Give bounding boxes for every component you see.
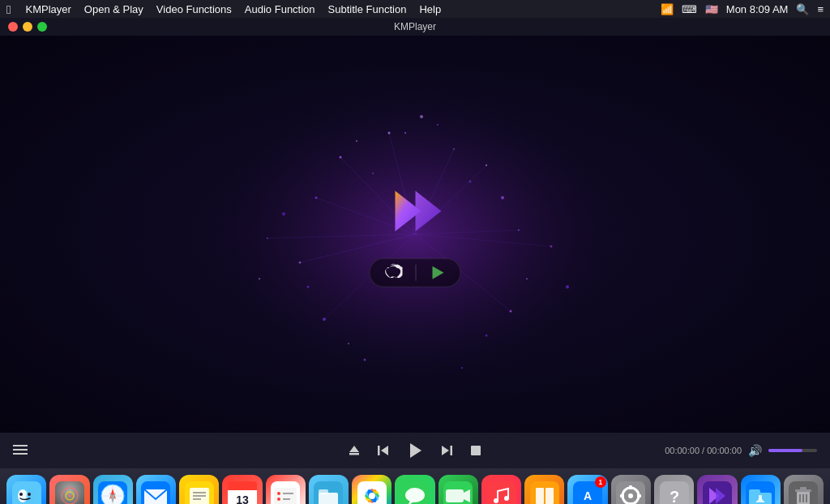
control-right: 00:00:00 / 00:00:00 🔊 [665, 444, 817, 457]
menu-kmplayer[interactable]: KMPlayer [19, 0, 77, 18]
control-center-icon[interactable]: ≡ [817, 3, 824, 15]
previous-button[interactable] [377, 444, 390, 457]
svg-point-25 [566, 285, 569, 288]
svg-point-16 [323, 318, 326, 321]
svg-point-10 [501, 196, 504, 199]
svg-rect-103 [487, 481, 516, 505]
dock-kmplayer[interactable] [697, 475, 737, 505]
dock-music[interactable] [481, 475, 521, 505]
video-area[interactable] [0, 36, 830, 433]
svg-marker-51 [442, 446, 449, 455]
svg-point-15 [526, 278, 528, 280]
svg-point-104 [494, 498, 498, 503]
dock-trash[interactable] [784, 475, 824, 505]
volume-slider[interactable] [768, 449, 817, 452]
clock-icon[interactable]: Mon 8:09 AM [726, 3, 789, 15]
svg-marker-41 [433, 267, 444, 280]
svg-rect-108 [545, 488, 554, 504]
svg-point-18 [348, 343, 349, 344]
svg-point-7 [453, 148, 455, 150]
svg-point-14 [307, 286, 310, 288]
dock-finder[interactable] [6, 475, 46, 505]
eject-button[interactable] [348, 444, 361, 457]
volume-icon[interactable]: 🔊 [748, 444, 762, 457]
dock-files[interactable] [309, 475, 349, 505]
svg-point-21 [420, 115, 423, 118]
svg-point-98 [405, 488, 425, 502]
svg-rect-47 [378, 446, 380, 455]
menu-subtitle-function[interactable]: Subtitle Function [322, 0, 413, 18]
dock-mail[interactable] [136, 475, 176, 505]
store-buttons [370, 258, 461, 288]
svg-point-22 [267, 237, 268, 239]
svg-point-5 [282, 212, 285, 216]
menu-bar:  KMPlayer Open & Play Video Functions A… [0, 0, 830, 18]
traffic-lights [8, 22, 47, 32]
dock-launchpad[interactable] [49, 475, 89, 505]
search-icon[interactable]: 🔍 [796, 3, 809, 15]
svg-point-1 [340, 156, 342, 159]
svg-rect-43 [13, 449, 28, 451]
dock-facetime[interactable] [439, 475, 478, 505]
kmplayer-logo [379, 182, 451, 242]
svg-text:A: A [584, 489, 592, 502]
svg-rect-128 [749, 489, 760, 494]
svg-point-24 [259, 278, 260, 280]
minimize-button[interactable] [23, 22, 32, 32]
playlist-button[interactable] [13, 445, 28, 456]
dock-appstore[interactable]: A 1 [567, 475, 607, 505]
stop-button[interactable] [469, 444, 482, 457]
close-button[interactable] [8, 22, 18, 32]
bluetooth-icon[interactable]: ⌨ [682, 3, 697, 15]
dock-books[interactable] [524, 475, 564, 505]
play-button[interactable] [406, 442, 424, 459]
menu-help[interactable]: Help [413, 0, 447, 18]
svg-point-2 [356, 140, 357, 142]
svg-point-6 [388, 132, 391, 135]
svg-point-9 [486, 164, 487, 166]
control-center [348, 442, 482, 459]
dock-photos[interactable] [352, 475, 391, 505]
maximize-button[interactable] [37, 22, 47, 32]
svg-point-8 [469, 181, 472, 183]
svg-rect-119 [637, 494, 641, 498]
logo-center [370, 182, 461, 288]
dock: 13 [0, 468, 830, 504]
menu-open-play[interactable]: Open & Play [78, 0, 150, 18]
dock-notes[interactable] [179, 475, 219, 505]
menu-audio-function[interactable]: Audio Function [238, 0, 322, 18]
play-store-button[interactable] [430, 265, 446, 281]
svg-point-3 [315, 197, 318, 199]
apple-menu[interactable]:  [6, 2, 11, 16]
svg-point-83 [277, 498, 280, 501]
dock-reminders[interactable] [266, 475, 306, 505]
control-left [13, 445, 28, 456]
title-bar: KMPlayer [0, 18, 830, 36]
dock-help[interactable]: ? [654, 475, 694, 505]
svg-rect-88 [319, 489, 328, 494]
dock-safari[interactable] [93, 475, 133, 505]
appstore-badge: 1 [595, 476, 606, 488]
svg-rect-134 [800, 487, 806, 490]
svg-rect-52 [471, 446, 481, 455]
svg-point-82 [277, 492, 280, 495]
dock-downloads[interactable] [741, 475, 781, 505]
control-bar: 00:00:00 / 00:00:00 🔊 [0, 433, 830, 468]
next-button[interactable] [440, 444, 453, 457]
apple-store-button[interactable] [385, 264, 403, 282]
volume-fill [768, 449, 802, 452]
svg-rect-107 [536, 488, 544, 504]
svg-point-13 [518, 229, 520, 231]
dock-calendar[interactable]: 13 [222, 475, 262, 505]
language-icon[interactable]: 🇺🇸 [705, 3, 718, 15]
svg-point-115 [628, 493, 633, 498]
svg-text:?: ? [669, 488, 678, 505]
menu-video-functions[interactable]: Video Functions [150, 0, 238, 18]
wifi-icon[interactable]: 📶 [661, 3, 674, 15]
svg-rect-50 [451, 446, 453, 455]
dock-messages[interactable] [395, 475, 434, 505]
svg-point-57 [28, 493, 31, 496]
time-display: 00:00:00 / 00:00:00 [665, 446, 742, 455]
svg-rect-81 [274, 488, 297, 505]
dock-system-prefs[interactable] [611, 475, 651, 505]
